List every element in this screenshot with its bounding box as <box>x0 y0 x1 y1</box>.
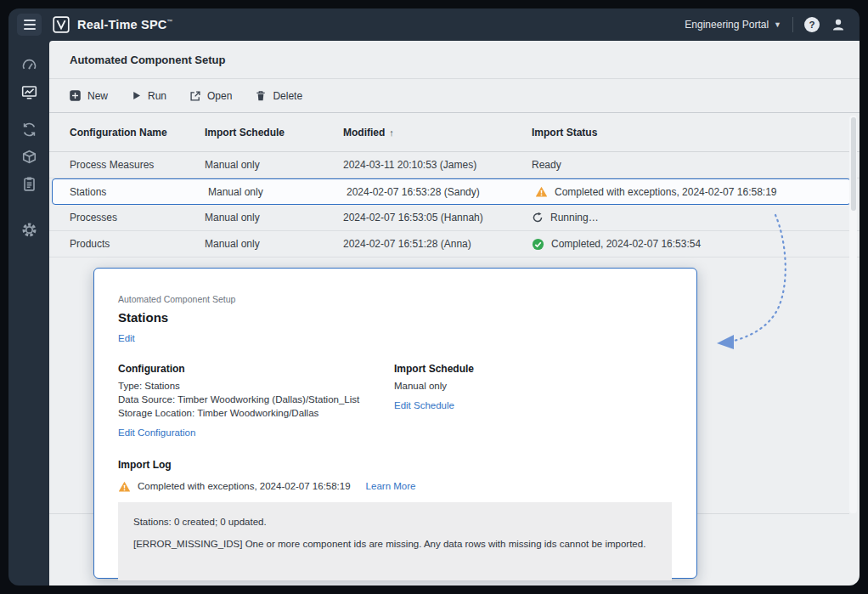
top-bar: Real-Time SPC™ Engineering Portal ▼ ? <box>8 8 860 41</box>
app-logo: Real-Time SPC™ <box>53 16 173 33</box>
detail-title: Stations <box>118 310 671 325</box>
trash-icon <box>255 90 267 102</box>
cell-schedule: Manual only <box>205 212 343 223</box>
header-import-schedule[interactable]: Import Schedule <box>205 127 343 139</box>
cell-name: Stations <box>53 186 208 198</box>
play-icon <box>131 90 142 101</box>
portal-selector[interactable]: Engineering Portal ▼ <box>685 19 781 31</box>
table-row-stations-selected[interactable]: Stations Manual only 2024-02-07 16:53:28… <box>52 178 851 205</box>
sidebar-item-sync[interactable] <box>15 117 42 141</box>
configuration-section: Configuration Type: Stations Data Source… <box>118 363 394 439</box>
help-button[interactable]: ? <box>804 17 820 32</box>
open-external-icon <box>189 90 201 102</box>
new-button[interactable]: New <box>69 89 108 102</box>
import-log-status-text: Completed with exceptions, 2024-02-07 16… <box>138 481 351 491</box>
warning-icon <box>535 185 548 198</box>
page-title: Automated Component Setup <box>70 54 225 66</box>
table-header-row: Configuration Name Import Schedule Modif… <box>49 113 860 152</box>
detail-columns: Configuration Type: Stations Data Source… <box>118 363 671 439</box>
configurations-table: Configuration Name Import Schedule Modif… <box>49 113 860 257</box>
question-mark-icon: ? <box>809 20 814 30</box>
header-import-status[interactable]: Import Status <box>532 127 860 139</box>
edit-link[interactable]: Edit <box>118 333 135 343</box>
cell-name: Products <box>49 238 205 250</box>
vertical-scrollbar[interactable] <box>849 116 857 513</box>
cell-status: Completed with exceptions, 2024-02-07 16… <box>535 185 850 198</box>
app-window: Real-Time SPC™ Engineering Portal ▼ ? <box>8 8 860 586</box>
table-row-process-measures[interactable]: Process Measures Manual only 2024-03-11 … <box>49 152 860 178</box>
dashboard-gauge-icon <box>21 57 37 73</box>
topbar-divider <box>792 17 793 32</box>
import-log-heading: Import Log <box>118 459 671 471</box>
tasks-clipboard-icon <box>21 176 37 192</box>
user-icon <box>831 17 846 32</box>
open-button-label: Open <box>207 90 232 102</box>
run-button[interactable]: Run <box>131 90 166 102</box>
chevron-down-icon: ▼ <box>774 20 781 29</box>
sidebar-item-settings[interactable] <box>15 218 42 241</box>
cell-name: Process Measures <box>49 159 205 171</box>
edit-configuration-link[interactable]: Edit Configuration <box>118 427 195 438</box>
new-button-label: New <box>87 90 108 102</box>
status-text: Completed, 2024-02-07 16:53:54 <box>551 238 701 250</box>
configuration-type: Type: Stations <box>118 381 394 393</box>
import-schedule-value: Manual only <box>394 381 474 393</box>
import-log-status-line: Completed with exceptions, 2024-02-07 16… <box>118 480 671 493</box>
table-row-products[interactable]: Products Manual only 2024-02-07 16:51:28… <box>49 231 860 257</box>
cell-schedule: Manual only <box>208 186 347 198</box>
station-detail-panel: Automated Component Setup Stations Edit … <box>93 268 697 579</box>
header-configuration-name[interactable]: Configuration Name <box>49 127 205 139</box>
plus-square-icon <box>69 89 82 102</box>
hamburger-menu-button[interactable] <box>17 14 42 36</box>
cell-name: Processes <box>49 212 205 223</box>
sort-ascending-icon: ↑ <box>389 127 394 138</box>
sidebar-item-tasks[interactable] <box>15 172 42 195</box>
learn-more-link[interactable]: Learn More <box>366 481 416 491</box>
top-bar-right: Engineering Portal ▼ ? <box>685 17 846 32</box>
cell-schedule: Manual only <box>205 159 343 171</box>
cell-status: Completed, 2024-02-07 16:53:54 <box>532 238 860 251</box>
warning-icon <box>118 480 131 493</box>
cell-schedule: Manual only <box>205 238 343 250</box>
open-button[interactable]: Open <box>189 90 232 102</box>
page-header: Automated Component Setup <box>49 41 860 79</box>
breadcrumb: Automated Component Setup <box>118 294 671 304</box>
status-text: Running… <box>550 212 599 223</box>
configuration-storage-location: Storage Location: Timber Woodworking/Dal… <box>118 408 394 420</box>
success-check-icon <box>532 238 544 251</box>
cell-status: Running… <box>532 212 860 223</box>
sidebar <box>8 41 49 586</box>
cell-modified: 2024-02-07 16:53:28 (Sandy) <box>347 186 535 198</box>
log-line-summary: Stations: 0 created; 0 updated. <box>133 517 657 527</box>
header-modified[interactable]: Modified ↑ <box>343 127 532 139</box>
toolbar: New Run Open <box>49 79 860 113</box>
status-text: Completed with exceptions, 2024-02-07 16… <box>555 186 777 198</box>
charts-monitor-icon <box>21 84 37 100</box>
trademark-symbol: ™ <box>166 19 172 25</box>
scrollbar-thumb[interactable] <box>851 117 856 211</box>
run-button-label: Run <box>148 90 166 102</box>
import-schedule-section: Import Schedule Manual only Edit Schedul… <box>394 363 474 439</box>
delete-button-label: Delete <box>273 90 302 102</box>
table-row-processes[interactable]: Processes Manual only 2024-02-07 16:53:0… <box>49 205 860 231</box>
cell-modified: 2024-03-11 20:10:53 (James) <box>343 159 532 171</box>
portal-selector-label: Engineering Portal <box>685 19 769 31</box>
cell-modified: 2024-02-07 16:53:05 (Hannah) <box>343 212 532 223</box>
brand-logo-icon <box>53 16 70 33</box>
inventory-box-icon <box>21 149 37 165</box>
import-schedule-heading: Import Schedule <box>394 363 474 375</box>
running-refresh-icon <box>532 212 544 223</box>
cell-modified: 2024-02-07 16:51:28 (Anna) <box>343 238 532 250</box>
log-line-error: [ERROR_MISSING_IDS] One or more componen… <box>133 539 657 549</box>
app-title: Real-Time SPC™ <box>77 18 173 31</box>
user-account-button[interactable] <box>831 17 846 32</box>
edit-schedule-link[interactable]: Edit Schedule <box>394 400 454 410</box>
configuration-heading: Configuration <box>118 363 394 375</box>
sync-icon <box>21 122 37 138</box>
delete-button[interactable]: Delete <box>255 90 302 102</box>
sidebar-item-dashboard[interactable] <box>15 53 42 76</box>
sidebar-item-inventory[interactable] <box>15 144 42 168</box>
settings-gear-icon <box>21 222 37 238</box>
sidebar-item-charts[interactable] <box>15 80 42 104</box>
import-log-box: Stations: 0 created; 0 updated. [ERROR_M… <box>118 502 672 580</box>
